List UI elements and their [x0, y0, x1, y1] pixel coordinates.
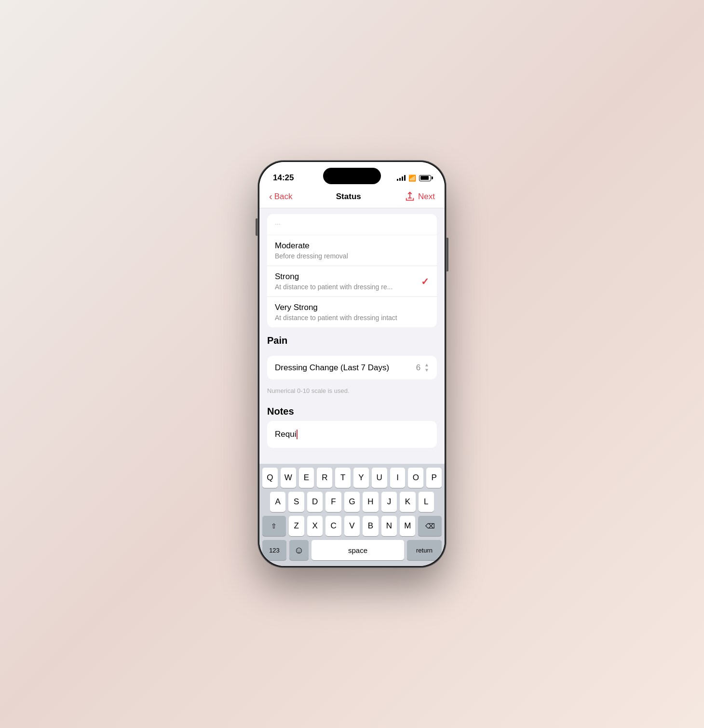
odor-strong-text: Strong At distance to patient with dress…: [275, 272, 393, 291]
stepper-down-arrow[interactable]: ▼: [424, 368, 429, 373]
odor-moderate-subtitle: Before dressing removal: [275, 252, 348, 260]
share-icon: [405, 191, 415, 202]
key-o[interactable]: O: [408, 468, 423, 488]
odor-strong-title: Strong: [275, 272, 393, 282]
key-x[interactable]: X: [307, 516, 323, 536]
key-emoji[interactable]: ☺: [289, 540, 309, 560]
odor-item-strong[interactable]: Strong At distance to patient with dress…: [267, 266, 437, 297]
pain-hint: Numerical 0-10 scale is used.: [259, 385, 445, 398]
wifi-icon: 📶: [408, 175, 416, 182]
odor-very-strong-title: Very Strong: [275, 303, 397, 312]
odor-card: ··· Moderate Before dressing removal Str…: [267, 214, 437, 327]
key-r[interactable]: R: [317, 468, 332, 488]
stepper-control[interactable]: 6 ▲ ▼: [416, 363, 429, 373]
key-l[interactable]: L: [419, 492, 434, 512]
content-area: ··· Moderate Before dressing removal Str…: [259, 208, 445, 464]
odor-item-partial[interactable]: ···: [267, 214, 437, 235]
chevron-left-icon: ‹: [269, 191, 272, 202]
key-s[interactable]: S: [288, 492, 304, 512]
key-return[interactable]: return: [407, 540, 442, 560]
odor-strong-subtitle: At distance to patient with dressing re.…: [275, 283, 393, 291]
key-a[interactable]: A: [270, 492, 285, 512]
key-q[interactable]: Q: [262, 468, 278, 488]
key-b[interactable]: B: [363, 516, 378, 536]
key-p[interactable]: P: [426, 468, 442, 488]
status-icons: 📶: [397, 175, 431, 182]
status-time: 14:25: [273, 173, 294, 183]
selected-checkmark: ✓: [421, 276, 429, 287]
pain-header: Pain: [259, 327, 445, 350]
next-button[interactable]: Next: [405, 191, 435, 202]
key-h[interactable]: H: [363, 492, 378, 512]
notes-header: Notes: [259, 398, 445, 421]
key-e[interactable]: E: [299, 468, 314, 488]
key-y[interactable]: Y: [353, 468, 369, 488]
key-v[interactable]: V: [344, 516, 360, 536]
key-w[interactable]: W: [281, 468, 296, 488]
keyboard-row-2: A S D F G H J K L: [262, 492, 442, 512]
text-cursor: [297, 430, 298, 439]
key-c[interactable]: C: [325, 516, 341, 536]
back-label: Back: [274, 192, 293, 202]
keyboard-row-3: ⇧ Z X C V B N M ⌫: [262, 516, 442, 536]
key-j[interactable]: J: [381, 492, 397, 512]
key-t[interactable]: T: [335, 468, 351, 488]
page-title: Status: [336, 192, 361, 202]
key-i[interactable]: I: [390, 468, 406, 488]
battery-icon: [419, 175, 431, 181]
odor-very-strong-text: Very Strong At distance to patient with …: [275, 303, 397, 322]
dressing-change-label: Dressing Change (Last 7 Days): [275, 363, 389, 373]
back-button[interactable]: ‹ Back: [269, 191, 292, 202]
keyboard: Q W E R T Y U I O P A S D F G H J K: [259, 464, 445, 566]
key-k[interactable]: K: [400, 492, 415, 512]
odor-item-very-strong[interactable]: Very Strong At distance to patient with …: [267, 297, 437, 327]
dynamic-island: [323, 168, 381, 184]
key-n[interactable]: N: [381, 516, 397, 536]
dressing-change-row[interactable]: Dressing Change (Last 7 Days) 6 ▲ ▼: [267, 356, 437, 379]
odor-moderate-text: Moderate Before dressing removal: [275, 241, 348, 260]
key-d[interactable]: D: [307, 492, 323, 512]
odor-moderate-title: Moderate: [275, 241, 348, 251]
notes-value: Requi: [275, 430, 296, 439]
key-u[interactable]: U: [372, 468, 387, 488]
stepper-value: 6: [416, 363, 420, 373]
odor-partial-title: ···: [275, 220, 281, 228]
key-numbers[interactable]: 123: [262, 540, 286, 560]
key-space[interactable]: space: [311, 540, 404, 560]
key-g[interactable]: G: [344, 492, 360, 512]
key-f[interactable]: F: [325, 492, 341, 512]
odor-very-strong-subtitle: At distance to patient with dressing int…: [275, 314, 397, 322]
key-delete[interactable]: ⌫: [418, 516, 442, 536]
keyboard-row-4: 123 ☺ space return: [262, 540, 442, 560]
notes-input[interactable]: Requi: [267, 421, 437, 448]
key-shift[interactable]: ⇧: [262, 516, 286, 536]
odor-item-moderate[interactable]: Moderate Before dressing removal: [267, 235, 437, 266]
stepper-arrows[interactable]: ▲ ▼: [424, 363, 429, 373]
next-label: Next: [418, 192, 435, 202]
key-z[interactable]: Z: [289, 516, 304, 536]
keyboard-row-1: Q W E R T Y U I O P: [262, 468, 442, 488]
stepper-up-arrow[interactable]: ▲: [424, 363, 429, 367]
signal-icon: [397, 175, 406, 181]
odor-item-partial-text: ···: [275, 220, 281, 229]
key-m[interactable]: M: [400, 516, 415, 536]
pain-card: Dressing Change (Last 7 Days) 6 ▲ ▼: [267, 356, 437, 379]
nav-bar: ‹ Back Status Next: [259, 187, 445, 208]
